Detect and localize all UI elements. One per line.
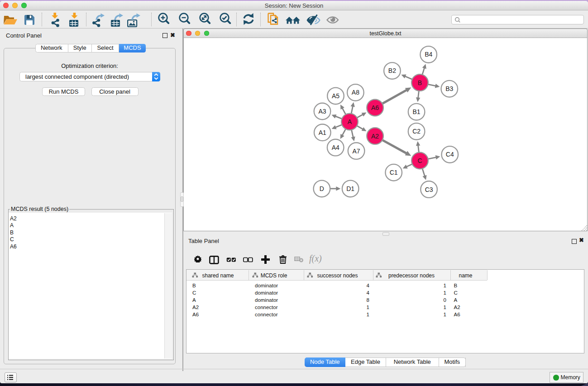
svg-text:A6: A6: [371, 104, 379, 111]
svg-text:A7: A7: [353, 148, 360, 155]
svg-text:B2: B2: [388, 67, 396, 74]
svg-text:A2: A2: [371, 133, 379, 140]
svg-text:A5: A5: [332, 92, 339, 100]
svg-text:A3: A3: [318, 108, 326, 115]
svg-text:B: B: [418, 79, 422, 86]
svg-text:B1: B1: [413, 108, 421, 115]
svg-text:C: C: [417, 157, 422, 164]
svg-text:C2: C2: [412, 128, 421, 135]
svg-text:A4: A4: [332, 144, 339, 151]
svg-text:C3: C3: [425, 186, 433, 193]
svg-text:A: A: [348, 118, 352, 125]
svg-text:A1: A1: [319, 129, 326, 136]
svg-text:B3: B3: [445, 85, 453, 92]
svg-text:A8: A8: [352, 89, 359, 96]
svg-text:D1: D1: [346, 185, 354, 192]
svg-text:D: D: [320, 185, 324, 192]
svg-text:C1: C1: [390, 169, 398, 176]
svg-text:B4: B4: [425, 51, 432, 58]
svg-text:C4: C4: [446, 151, 454, 158]
